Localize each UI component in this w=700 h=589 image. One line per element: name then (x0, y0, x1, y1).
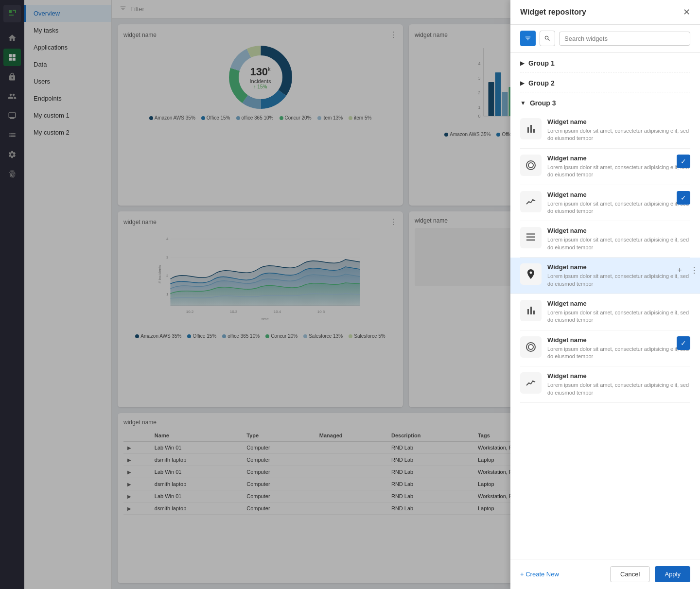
widget-desc-rw7: Lorem ipsum dolor sit amet, consectetur … (547, 346, 690, 361)
widget-icon-rw7 (520, 336, 542, 358)
repo-widgets-container: Widget name Lorem ipsum dolor sit amet, … (520, 112, 690, 403)
group-2-label: Group 2 (528, 79, 555, 87)
repo-widget-rw5[interactable]: Widget name Lorem ipsum dolor sit amet, … (510, 258, 700, 294)
widget-check-rw7[interactable]: ✓ (677, 336, 690, 350)
svg-point-47 (528, 163, 533, 168)
widget-info-rw6: Widget name Lorem ipsum dolor sit amet, … (547, 300, 690, 324)
widget-name-rw2: Widget name (547, 155, 690, 162)
widget-name-rw5: Widget name (547, 263, 690, 271)
repo-filter-button[interactable] (520, 31, 536, 46)
repo-search-bar (510, 25, 700, 52)
footer-actions: Cancel Apply (610, 566, 690, 582)
repo-search-input[interactable] (559, 32, 690, 46)
repo-search-button[interactable] (540, 31, 555, 46)
widget-info-rw5: Widget name Lorem ipsum dolor sit amet, … (547, 263, 690, 288)
widget-desc-rw5: Lorem ipsum dolor sit amet, consectetur … (547, 273, 690, 288)
repo-body: ▶ Group 1 ▶ Group 2 ▼ Group 3 Widget nam… (510, 52, 700, 559)
widget-icon-rw3 (520, 191, 542, 212)
widget-info-rw2: Widget name Lorem ipsum dolor sit amet, … (547, 155, 690, 179)
widget-icon-rw2 (520, 155, 542, 176)
widget-desc-rw3: Lorem ipsum dolor sit amet, consectetur … (547, 200, 690, 215)
widget-check-rw2[interactable]: ✓ (677, 155, 690, 168)
create-new-button[interactable]: + Create New (520, 571, 559, 578)
group-1-chevron: ▶ (520, 60, 525, 67)
widget-info-rw3: Widget name Lorem ipsum dolor sit amet, … (547, 191, 690, 215)
widget-more-btn-rw5[interactable]: ⋮ (688, 264, 700, 276)
apply-button[interactable]: Apply (655, 566, 690, 582)
widget-desc-rw4: Lorem ipsum dolor sit amet, consectetur … (547, 236, 690, 251)
widget-add-menu-rw5: +⋮ (674, 264, 700, 276)
cancel-button[interactable]: Cancel (610, 566, 650, 582)
repo-widget-rw1[interactable]: Widget name Lorem ipsum dolor sit amet, … (520, 112, 690, 149)
repo-widget-rw3[interactable]: Widget name Lorem ipsum dolor sit amet, … (520, 185, 690, 222)
widget-add-btn-rw5[interactable]: + (674, 264, 685, 276)
widget-check-rw3[interactable]: ✓ (677, 191, 690, 205)
repo-widget-rw7[interactable]: Widget name Lorem ipsum dolor sit amet, … (520, 330, 690, 367)
widget-icon-rw8 (520, 372, 542, 394)
widget-icon-rw6 (520, 300, 542, 321)
widget-repository-panel: Widget repository ✕ ▶ Group 1 ▶ Group 2 … (510, 0, 700, 589)
widget-icon-rw1 (520, 118, 542, 139)
widget-desc-rw8: Lorem ipsum dolor sit amet, consectetur … (547, 381, 690, 397)
widget-info-rw8: Widget name Lorem ipsum dolor sit amet, … (547, 372, 690, 397)
widget-icon-rw4 (520, 227, 542, 248)
repo-close-button[interactable]: ✕ (683, 8, 690, 17)
group-1-header[interactable]: ▶ Group 1 (520, 52, 690, 72)
group-2-header[interactable]: ▶ Group 2 (520, 72, 690, 92)
group-2-chevron: ▶ (520, 80, 525, 87)
group-3-chevron: ▼ (520, 100, 526, 106)
group-1-label: Group 1 (528, 59, 555, 67)
repo-widget-rw8[interactable]: Widget name Lorem ipsum dolor sit amet, … (520, 366, 690, 403)
widget-name-rw4: Widget name (547, 227, 690, 234)
repo-widget-rw2[interactable]: Widget name Lorem ipsum dolor sit amet, … (520, 149, 690, 185)
widget-info-rw4: Widget name Lorem ipsum dolor sit amet, … (547, 227, 690, 251)
widget-desc-rw6: Lorem ipsum dolor sit amet, consectetur … (547, 309, 690, 324)
widget-desc-rw1: Lorem ipsum dolor sit amet, consectetur … (547, 127, 690, 142)
group-3-header[interactable]: ▼ Group 3 (520, 92, 690, 112)
widget-name-rw6: Widget name (547, 300, 690, 307)
repo-footer: + Create New Cancel Apply (510, 559, 700, 589)
widget-name-rw8: Widget name (547, 372, 690, 380)
repo-widget-rw4[interactable]: Widget name Lorem ipsum dolor sit amet, … (520, 221, 690, 258)
group-3-label: Group 3 (530, 99, 556, 107)
widget-icon-rw5 (520, 263, 542, 285)
widget-info-rw7: Widget name Lorem ipsum dolor sit amet, … (547, 336, 690, 361)
widget-name-rw7: Widget name (547, 336, 690, 344)
widget-info-rw1: Widget name Lorem ipsum dolor sit amet, … (547, 118, 690, 142)
repo-title: Widget repository (520, 8, 586, 17)
widget-name-rw1: Widget name (547, 118, 690, 125)
repo-header: Widget repository ✕ (510, 0, 700, 25)
widget-desc-rw2: Lorem ipsum dolor sit amet, consectetur … (547, 164, 690, 179)
repo-widget-rw6[interactable]: Widget name Lorem ipsum dolor sit amet, … (520, 294, 690, 330)
svg-point-49 (528, 345, 533, 349)
widget-name-rw3: Widget name (547, 191, 690, 198)
